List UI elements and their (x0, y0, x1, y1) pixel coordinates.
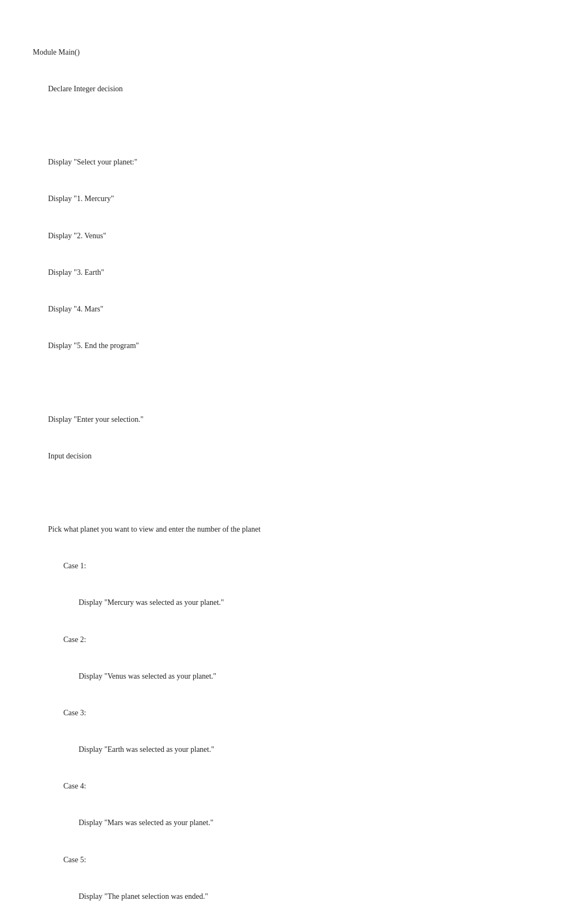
s1-line2: Declare Integer decision (33, 83, 547, 95)
s1-line5: Display "2. Venus" (33, 230, 547, 242)
s1-line4: Display "1. Mercury" (33, 193, 547, 205)
s1-line6: Display "3. Earth" (33, 267, 547, 279)
s1-line11: Pick what planet you want to view and en… (33, 523, 547, 535)
s1-blank2 (33, 376, 547, 389)
s1-line20: Case 5: (33, 854, 547, 866)
s1-line10: Input decision (33, 450, 547, 462)
s1-line8: Display "5. End the program" (33, 340, 547, 352)
s1-line16: Case 3: (33, 707, 547, 719)
s1-line21: Display "The planet selection was ended.… (33, 891, 547, 903)
s1-line12: Case 1: (33, 560, 547, 572)
s1-line18: Case 4: (33, 780, 547, 792)
s1-line9: Display "Enter your selection." (33, 414, 547, 426)
s1-line7: Display "4. Mars" (33, 303, 547, 315)
s1-line19: Display "Mars was selected as your plane… (33, 817, 547, 829)
s1-line3: Display "Select your planet:" (33, 156, 547, 168)
s1-line15: Display "Venus was selected as your plan… (33, 670, 547, 682)
s1-blank1 (33, 120, 547, 132)
s1-line17: Display "Earth was selected as your plan… (33, 744, 547, 756)
s1-line14: Case 2: (33, 634, 547, 646)
code-section-1: Module Main() Declare Integer decision D… (33, 22, 547, 924)
s1-line13: Display "Mercury was selected as your pl… (33, 597, 547, 609)
s1-line1: Module Main() (33, 46, 547, 58)
s1-blank3 (33, 487, 547, 499)
